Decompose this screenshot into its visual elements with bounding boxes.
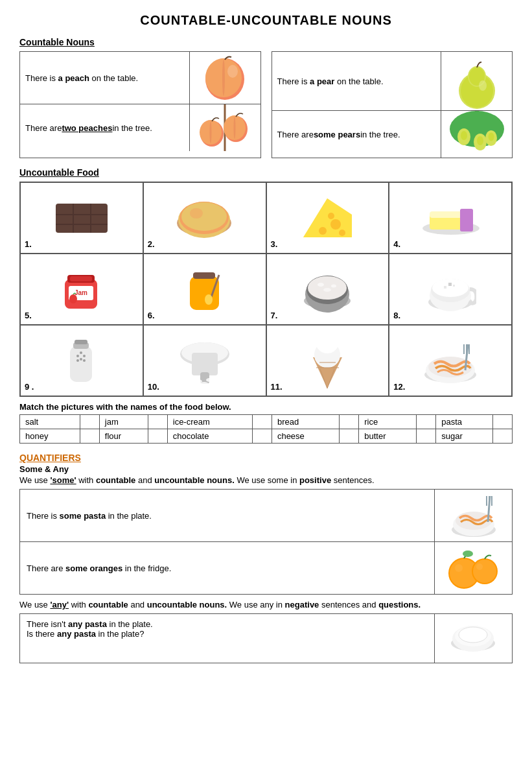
svg-rect-53 <box>190 276 219 310</box>
word-blank-9 <box>252 429 272 444</box>
svg-rect-69 <box>453 285 455 287</box>
food-num-8: 8. <box>393 311 400 320</box>
food-num-2: 2. <box>148 239 155 249</box>
svg-point-56 <box>205 294 213 305</box>
match-instruction: Match the pictures with the names of the… <box>19 402 513 412</box>
svg-point-93 <box>316 330 339 353</box>
uncountable-section-title: Uncountable Food <box>19 167 513 178</box>
svg-rect-83 <box>192 353 218 375</box>
some-text-1: There is some pasta in the plate. <box>20 490 434 541</box>
some-row-2: There are some oranges in the fridge. <box>20 542 512 594</box>
food-num-4: 4. <box>393 239 400 249</box>
food-cell-4: 4. <box>389 182 512 254</box>
word-bank-row-1: salt jam ice-cream bread rice pasta <box>20 415 513 429</box>
word-blank-5 <box>417 415 436 429</box>
food-num-3: 3. <box>271 239 278 249</box>
final-text-1: There isn't any pasta in the plate. Is t… <box>20 614 434 663</box>
svg-point-78 <box>76 359 79 362</box>
svg-point-67 <box>432 279 468 297</box>
final-img-empty-plate <box>434 614 512 663</box>
food-cell-2: 2. <box>143 182 266 254</box>
word-cheese: cheese <box>272 429 339 444</box>
word-salt: salt <box>20 415 80 429</box>
svg-point-75 <box>76 355 79 357</box>
svg-point-51 <box>69 294 77 303</box>
svg-point-76 <box>80 351 82 354</box>
word-blank-11 <box>417 429 436 444</box>
final-examples-table: There isn't any pasta in the plate. Is t… <box>19 613 513 663</box>
word-blank-12 <box>492 429 512 444</box>
svg-point-10 <box>234 117 236 139</box>
word-rice: rice <box>359 415 417 429</box>
svg-point-120 <box>459 627 487 643</box>
countable-img-pear <box>441 52 512 110</box>
word-blank-8 <box>148 429 167 444</box>
svg-rect-44 <box>460 209 473 231</box>
word-blank-10 <box>340 429 359 444</box>
svg-point-86 <box>206 378 213 382</box>
food-num-7: 7. <box>271 311 278 320</box>
countable-left: There is a peach on the table. There are… <box>19 51 261 158</box>
svg-rect-54 <box>193 272 215 279</box>
food-num-6: 6. <box>148 311 155 320</box>
word-jam: jam <box>99 415 148 429</box>
word-blank-7 <box>80 429 99 444</box>
word-blank-4 <box>340 415 359 429</box>
svg-point-62 <box>331 284 336 287</box>
food-num-12: 12. <box>393 382 405 392</box>
countable-row-1: There is a peach on the table. <box>20 52 260 104</box>
page-title: COUNTABLE-UNCOUNTABLE NOUNS <box>19 13 513 28</box>
countable-text-2: There are two peaches in the tree. <box>20 104 189 151</box>
food-num-5: 5. <box>25 311 32 320</box>
food-num-10: 10. <box>148 382 159 392</box>
food-cell-1: 1. <box>20 182 143 254</box>
food-num-11: 11. <box>271 382 283 392</box>
svg-point-80 <box>80 358 82 361</box>
svg-point-37 <box>319 227 327 235</box>
food-cell-3: 3. <box>266 182 389 254</box>
countable-text-3: There is a pear on the table. <box>272 52 441 110</box>
svg-rect-48 <box>70 276 92 281</box>
some-row-1: There is some pasta in the plate. <box>20 490 512 542</box>
countable-row-2: There are two peaches in the tree. <box>20 104 260 151</box>
svg-point-23 <box>488 133 494 141</box>
svg-point-38 <box>339 230 345 236</box>
svg-point-36 <box>330 219 341 230</box>
svg-point-116 <box>476 563 483 570</box>
svg-point-63 <box>323 288 331 292</box>
svg-point-33 <box>190 208 203 219</box>
svg-text:Jam: Jam <box>75 289 87 296</box>
word-blank-1 <box>80 415 99 429</box>
food-cell-9: 9 . <box>20 325 143 396</box>
svg-rect-74 <box>75 340 87 344</box>
svg-point-113 <box>463 551 473 557</box>
svg-point-61 <box>318 283 324 287</box>
svg-point-39 <box>328 213 334 219</box>
quantifiers-title: QUANTIFIERS <box>19 453 513 463</box>
countable-table: There is a peach on the table. There are… <box>19 51 513 158</box>
food-cell-10: 10. <box>143 325 266 396</box>
svg-point-21 <box>477 136 483 145</box>
svg-point-112 <box>455 564 463 572</box>
word-honey: honey <box>20 429 80 444</box>
word-sugar: sugar <box>436 429 493 444</box>
word-blank-2 <box>148 415 167 429</box>
svg-rect-42 <box>430 211 465 218</box>
food-cell-8: 8. <box>389 254 512 325</box>
word-bank-table: salt jam ice-cream bread rice pasta hone… <box>19 414 513 444</box>
countable-text-1: There is a peach on the table. <box>20 52 189 104</box>
countable-text-4: There are some pears in the tree. <box>272 111 441 158</box>
svg-point-15 <box>479 80 487 91</box>
countable-right: There is a pear on the table. There are … <box>272 51 513 158</box>
svg-point-3 <box>227 65 238 78</box>
some-text-2: There are some oranges in the fridge. <box>20 542 434 594</box>
word-icecream: ice-cream <box>167 415 252 429</box>
word-bread: bread <box>272 415 339 429</box>
countable-row-3: There is a pear on the table. <box>272 52 513 111</box>
countable-row-4: There are some pears in the tree. <box>272 111 513 158</box>
food-num-1: 1. <box>25 239 32 249</box>
svg-point-79 <box>83 359 86 362</box>
svg-rect-70 <box>448 283 452 286</box>
countable-img-two-peaches <box>189 104 260 151</box>
word-chocolate: chocolate <box>167 429 252 444</box>
